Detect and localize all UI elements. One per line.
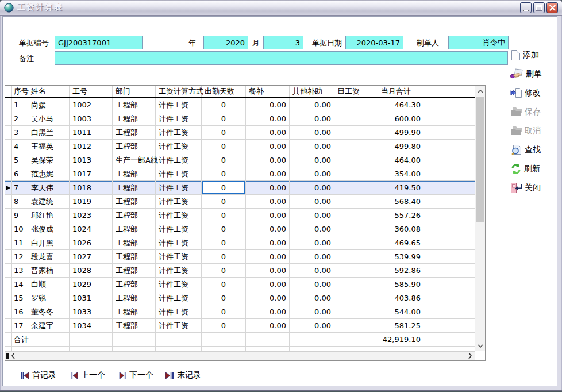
cell-attend-days[interactable]: 0	[202, 236, 246, 249]
year-input[interactable]	[203, 36, 248, 49]
cell-seq[interactable]: 6	[12, 167, 28, 180]
cell-calc-mode[interactable]: 计件工资	[156, 250, 202, 263]
table-row[interactable]: 8 袁建统 1019 工程部 计件工资 0 0.00 0.00 568.40	[5, 195, 475, 209]
cell-seq[interactable]: 7	[12, 181, 28, 194]
cell-other[interactable]: 0.00	[290, 250, 334, 263]
cell-seq[interactable]: 10	[12, 222, 28, 236]
cell-other[interactable]: 0.00	[290, 167, 334, 180]
cell-meal[interactable]: 0.00	[246, 305, 290, 318]
cell-emp-no[interactable]: 1029	[70, 278, 113, 291]
cell-name[interactable]: 李天伟	[28, 181, 70, 194]
cell-name[interactable]: 白开黑	[28, 236, 70, 249]
cell-month-total[interactable]: 539.99	[378, 250, 424, 263]
cell-emp-no[interactable]: 1023	[70, 209, 113, 222]
preparer-input[interactable]	[448, 36, 509, 49]
table-row[interactable]: 11 白开黑 1026 工程部 计件工资 0 0.00 0.00 469.65	[5, 236, 475, 250]
cell-dept[interactable]: 工程部	[113, 278, 156, 291]
cell-seq[interactable]: 15	[12, 291, 28, 305]
cell-emp-no[interactable]: 1012	[70, 140, 113, 153]
cell-other[interactable]: 0.00	[290, 222, 334, 236]
cell-dept[interactable]: 工程部	[113, 167, 156, 180]
cell-attend-days[interactable]: 0	[202, 195, 246, 208]
table-row[interactable]: 17 余建宇 1034 工程部 计件工资 0 0.00 0.00 581.25	[5, 319, 475, 333]
cell-emp-no[interactable]: 1013	[70, 153, 113, 167]
cell-dept[interactable]: 工程部	[113, 222, 156, 236]
cell-seq[interactable]: 14	[12, 278, 28, 291]
cell-daily-wage[interactable]	[334, 167, 378, 180]
cell-name[interactable]: 尚媛	[28, 98, 70, 112]
close-button[interactable]	[546, 2, 558, 13]
cell-name[interactable]: 范惠妮	[28, 167, 70, 180]
cell-other[interactable]: 0.00	[290, 209, 334, 222]
table-row[interactable]: 1 尚媛 1002 工程部 计件工资 0 0.00 0.00 464.30	[5, 98, 475, 112]
cell-month-total[interactable]: 557.26	[378, 209, 424, 222]
vertical-scrollbar[interactable]	[475, 86, 485, 351]
col-header-emp-no[interactable]: 工号	[70, 86, 113, 97]
cell-daily-wage[interactable]	[334, 278, 378, 291]
cell-daily-wage[interactable]	[334, 140, 378, 153]
cell-attend-days[interactable]: 0	[202, 112, 246, 125]
cell-month-total[interactable]: 592.86	[378, 264, 424, 277]
last-record-button[interactable]: 末记录	[165, 370, 201, 381]
month-input[interactable]	[263, 36, 303, 49]
col-header-dept[interactable]: 部门	[113, 86, 156, 97]
table-row[interactable]: 16 董冬冬 1033 工程部 计件工资 0 0.00 0.00 544.00	[5, 305, 475, 319]
table-row[interactable]: 12 段龙喜 1027 工程部 计件工资 0 0.00 0.00 539.99	[5, 250, 475, 264]
cell-attend-days[interactable]: 0	[202, 140, 246, 153]
cell-attend-days[interactable]: 0	[202, 250, 246, 263]
cell-seq[interactable]: 16	[12, 305, 28, 318]
cell-daily-wage[interactable]	[334, 98, 378, 112]
table-row[interactable]: 4 王福英 1012 工程部 计件工资 0 0.00 0.00 499.80	[5, 140, 475, 153]
col-header-month-total[interactable]: 当月合计	[378, 86, 424, 97]
cell-name[interactable]: 余建宇	[28, 319, 70, 332]
cancel-button[interactable]: 取消	[510, 124, 560, 137]
col-header-attend-days[interactable]: 出勤天数	[202, 86, 246, 97]
cell-daily-wage[interactable]	[334, 153, 378, 167]
col-header-meal[interactable]: 餐补	[246, 86, 290, 97]
cell-calc-mode[interactable]: 计件工资	[156, 140, 202, 153]
cell-other[interactable]: 0.00	[290, 181, 334, 194]
cell-other[interactable]: 0.00	[290, 140, 334, 153]
cell-dept[interactable]: 工程部	[113, 319, 156, 332]
cell-attend-days[interactable]: 0	[202, 264, 246, 277]
cell-other[interactable]: 0.00	[290, 236, 334, 249]
cell-dept[interactable]: 工程部	[113, 236, 156, 249]
table-row[interactable]: 15 罗锐 1031 工程部 计件工资 0 0.00 0.00 403.86	[5, 291, 475, 305]
cell-daily-wage[interactable]	[334, 236, 378, 249]
cell-seq[interactable]: 8	[12, 195, 28, 208]
horizontal-scroll-thumb[interactable]	[6, 353, 9, 359]
cell-meal[interactable]: 0.00	[246, 153, 290, 167]
cell-name[interactable]: 白黑兰	[28, 126, 70, 139]
cell-attend-days[interactable]: 0	[202, 305, 246, 318]
table-row[interactable]: 2 吴小马 1003 工程部 计件工资 0 0.00 0.00 600.00	[5, 112, 475, 126]
cell-calc-mode[interactable]: 计件工资	[156, 209, 202, 222]
cell-attend-days[interactable]: 0	[202, 209, 246, 222]
cell-name[interactable]: 董冬冬	[28, 305, 70, 318]
cell-emp-no[interactable]: 1002	[70, 98, 113, 112]
cell-meal[interactable]: 0.00	[246, 209, 290, 222]
close-form-button[interactable]: 关闭	[510, 181, 560, 194]
table-row[interactable]: 5 吴保荣 1013 生产一部A线 计件工资 0 0.00 0.00 464.0…	[5, 153, 475, 167]
col-header-name[interactable]: 姓名	[28, 86, 70, 97]
cell-dept[interactable]: 工程部	[113, 250, 156, 263]
chevron-left-icon[interactable]	[11, 352, 15, 359]
cell-calc-mode[interactable]: 计件工资	[156, 278, 202, 291]
cell-month-total[interactable]: 499.80	[378, 140, 424, 153]
cell-attend-days[interactable]: 0	[202, 222, 246, 236]
table-row[interactable]: 7 李天伟 1018 工程部 计件工资 0 0.00 0.00 419.50	[5, 181, 475, 195]
cell-month-total[interactable]: 600.00	[378, 112, 424, 125]
col-header-other[interactable]: 其他补助	[290, 86, 334, 97]
vertical-scroll-thumb[interactable]	[476, 97, 484, 222]
cell-name[interactable]: 晋家楠	[28, 264, 70, 277]
minimize-button[interactable]	[520, 2, 532, 13]
cell-meal[interactable]: 0.00	[246, 98, 290, 112]
cell-dept[interactable]: 工程部	[113, 98, 156, 112]
chevron-right-icon[interactable]	[468, 352, 472, 359]
cell-daily-wage[interactable]	[334, 181, 378, 194]
next-record-button[interactable]: 下一个	[119, 370, 153, 381]
cell-meal[interactable]: 0.00	[246, 195, 290, 208]
cell-attend-days[interactable]: 0	[202, 278, 246, 291]
cell-emp-no[interactable]: 1003	[70, 112, 113, 125]
cell-other[interactable]: 0.00	[290, 112, 334, 125]
cell-daily-wage[interactable]	[334, 305, 378, 318]
